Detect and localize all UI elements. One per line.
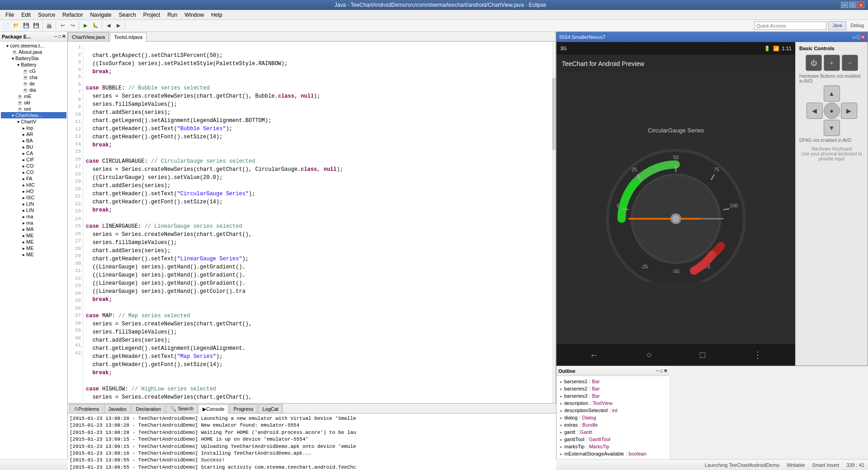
dpad-center[interactable]: ● [824, 103, 840, 119]
tab-toolslist[interactable]: ToolsListjava [110, 33, 146, 42]
outline-mexternalstorage[interactable]: ▸ mExternalStorageAvailable : boolean [558, 450, 667, 457]
tab-console[interactable]: ▶ Console [198, 404, 228, 414]
minimize-panel-icon[interactable]: □ [58, 34, 61, 39]
outline-gantttool[interactable]: ▸ ganttTool : GanttTool [558, 436, 667, 443]
editor-scrollbar[interactable] [552, 42, 556, 403]
outline-description-selected[interactable]: ▸ descriptionSelected : int [558, 407, 667, 414]
quick-access-input[interactable] [754, 22, 826, 30]
tree-item-fa[interactable]: ▸FA [1, 175, 66, 182]
menu-navigate[interactable]: Navigate [86, 11, 115, 19]
tree-item-ho[interactable]: ▸HO [1, 188, 66, 194]
dpad-down[interactable]: ▼ [824, 120, 840, 136]
tree-item-bu[interactable]: ▸BU [1, 144, 66, 150]
tree-item-about[interactable]: ☕About.java [1, 49, 66, 55]
outline-dialog[interactable]: ▸ dialog : Dialog [558, 414, 667, 421]
tree-item-ma2[interactable]: ▸ma [1, 220, 66, 226]
tab-declaration[interactable]: Declaration [132, 404, 165, 413]
tree-item-co1[interactable]: ▸CO [1, 163, 66, 169]
tree-item-isc[interactable]: ▸ISC [1, 194, 66, 201]
tree-item-ma1[interactable]: ▸ma [1, 213, 66, 220]
tree-item-me3[interactable]: ▸ME [1, 245, 66, 251]
run-button[interactable]: ▶ [81, 21, 90, 30]
tree-item-cg[interactable]: ☕cG [1, 68, 66, 74]
android-back-btn[interactable]: ← [590, 350, 599, 360]
save-button[interactable]: 💾 [22, 21, 31, 30]
tree-item-me[interactable]: ☕mE [1, 93, 66, 99]
forward-button[interactable]: ▶ [114, 21, 123, 30]
tree-item-me4[interactable]: ▸ME [1, 251, 66, 258]
tree-item-cif[interactable]: ▸CIF [1, 156, 66, 163]
menu-source[interactable]: Source [34, 11, 59, 19]
tree-item-okl[interactable]: ☕okl [1, 99, 66, 106]
outline-close-icon[interactable]: ✕ [664, 368, 667, 373]
menu-help[interactable]: Help [208, 11, 226, 19]
android-maximize[interactable]: □ [857, 34, 860, 40]
outline-maximize-icon[interactable]: □ [660, 368, 663, 373]
menu-project[interactable]: Project [140, 11, 164, 19]
undo-button[interactable]: ↩ [58, 21, 67, 30]
outline-extras[interactable]: ▸ extras : Bundle [558, 421, 667, 428]
outline-description[interactable]: ▸ description : TextView [558, 400, 667, 407]
tree-item-me1[interactable]: ▸ME [1, 232, 66, 239]
outline-gantt[interactable]: ▸ gantt : Gantt [558, 428, 667, 436]
dpad-right[interactable]: ▶ [841, 103, 857, 119]
save-all-button[interactable]: 💾 [32, 21, 41, 30]
tree-item-ont[interactable]: ☕ont [1, 106, 66, 112]
print-button[interactable]: 🖨️ [45, 21, 54, 30]
tab-javadoc[interactable]: Javadoc [104, 404, 131, 413]
back-button[interactable]: ◀ [104, 21, 113, 30]
tree-item-dia[interactable]: ☕dia [1, 87, 66, 93]
code-editor[interactable]: chart.getAspect().setChartLSPercent(50);… [86, 43, 554, 401]
tree-item-chartview[interactable]: ▾ChartView... [1, 112, 66, 118]
minimize-button[interactable]: ─ [841, 2, 848, 8]
tree-item-batterysta[interactable]: ▾BatterySta [1, 55, 66, 61]
debug-perspective[interactable]: Debug [848, 21, 866, 30]
outline-minimize-icon[interactable]: ─ [656, 368, 659, 373]
new-button[interactable]: 📄 [2, 21, 11, 30]
tree-item-co2[interactable]: ▸CO [1, 169, 66, 175]
dpad-left[interactable]: ◀ [807, 103, 823, 119]
android-close[interactable]: ✕ [861, 34, 865, 40]
outline-barseries2[interactable]: ▸ barseries2 : Bar [558, 385, 667, 392]
redo-button[interactable]: ↪ [68, 21, 77, 30]
tree-item-lin2[interactable]: ▸LIN [1, 207, 66, 213]
tree-item-hic[interactable]: ▸HIC [1, 182, 66, 188]
menu-window[interactable]: Window [181, 11, 208, 19]
tree-item-ar[interactable]: ▸AR [1, 131, 66, 137]
tab-chartview[interactable]: ChartView.java [68, 32, 109, 41]
android-home-btn[interactable]: ○ [646, 350, 652, 360]
tree-item-inp[interactable]: ▸Inp [1, 125, 66, 131]
tree-item-cha[interactable]: ☕cha [1, 74, 66, 80]
menu-search[interactable]: Search [115, 11, 140, 19]
outline-markstip[interactable]: ▸ marksTip : MarksTip [558, 443, 667, 450]
tree-item-chartv[interactable]: ▾ChartV [1, 118, 66, 125]
close-panel-icon[interactable]: ✕ [62, 34, 66, 39]
java-perspective[interactable]: Java [828, 21, 846, 30]
tab-search[interactable]: 🔍 Search [166, 404, 198, 413]
outline-barseries1[interactable]: ▸ barseries1 : Bar [558, 378, 667, 385]
android-recents-btn[interactable]: □ [700, 350, 705, 360]
tree-item-ca[interactable]: ▸CA [1, 150, 66, 156]
collapse-icon[interactable]: ─ [54, 34, 57, 39]
tree-item-lin1[interactable]: ▸LIN [1, 201, 66, 207]
tree-item-mau[interactable]: ▸MA [1, 226, 66, 232]
menu-refactor[interactable]: Refactor [59, 11, 86, 19]
tree-item-battery[interactable]: ▾Battery [1, 61, 66, 68]
close-button[interactable]: ✕ [857, 2, 864, 8]
outline-barseries3[interactable]: ▸ barseries3 : Bar [558, 392, 667, 400]
open-button[interactable]: 📂 [12, 21, 21, 30]
tree-item-com[interactable]: ▾com.steema.t... [1, 42, 66, 49]
vol-up-btn[interactable]: + [824, 55, 840, 71]
tree-item-de[interactable]: ☕de [1, 80, 66, 87]
debug-button[interactable]: 🐛 [91, 21, 100, 30]
tree-item-me2[interactable]: ▸ME [1, 239, 66, 245]
menu-run[interactable]: Run [164, 11, 181, 19]
tab-problems[interactable]: ⚠ Problems [70, 404, 103, 413]
tab-logcat[interactable]: LogCat [258, 404, 282, 413]
maximize-button[interactable]: □ [849, 2, 856, 8]
menu-edit[interactable]: Edit [18, 11, 34, 19]
android-overflow-btn[interactable]: ⋮ [753, 349, 762, 360]
tree-item-ba[interactable]: ▸BA [1, 137, 66, 144]
vol-down-btn[interactable]: − [842, 55, 858, 71]
power-btn[interactable]: ⏻ [806, 55, 822, 71]
